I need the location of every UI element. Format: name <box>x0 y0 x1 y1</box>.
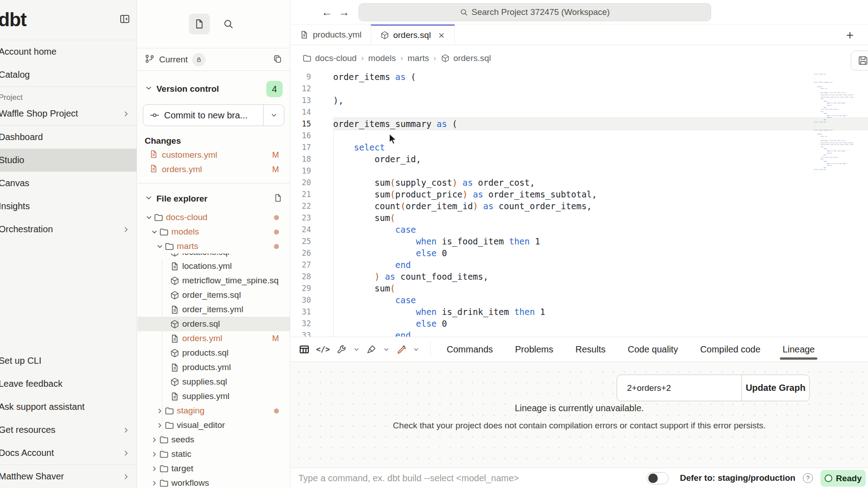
results-table-icon[interactable] <box>299 344 310 355</box>
code-line-20[interactable]: 20 sum(supply_cost) as order_cost, <box>291 177 868 188</box>
panel-tab-problems[interactable]: Problems <box>515 337 553 361</box>
code-line-13[interactable]: 13), <box>291 94 868 106</box>
code-line-15[interactable]: 15order_items_summary as ( <box>291 118 868 130</box>
tree-item-marts[interactable]: marts <box>137 239 290 253</box>
commit-button[interactable]: Commit to new bra... <box>143 104 284 126</box>
help-icon[interactable]: ? <box>803 473 813 483</box>
panel-tab-commands[interactable]: Commands <box>447 337 493 361</box>
search-files-button[interactable] <box>218 14 239 34</box>
code-line-17[interactable]: 17 select <box>291 141 868 153</box>
tree-item-locations-yml[interactable]: locations.yml <box>137 259 290 273</box>
breadcrumb[interactable]: docs-cloud›models›marts›orders.sql <box>291 45 868 71</box>
sidebar-item-insights[interactable]: Insights <box>0 195 137 218</box>
panel-tab-compiled-code[interactable]: Compiled code <box>700 337 760 361</box>
tree-item-products-sql[interactable]: products.sql <box>137 346 290 360</box>
chevron-down-icon[interactable] <box>413 346 420 353</box>
minimap[interactable]: order_items as ( ), order_items_summary … <box>814 73 854 176</box>
ai-fix-pencil-icon[interactable] <box>396 344 406 355</box>
sidebar-item-set-up-cli[interactable]: Set up CLI <box>0 349 137 372</box>
tree-item-supplies-yml[interactable]: supplies.yml <box>137 389 290 404</box>
forward-arrow-button[interactable]: → <box>336 5 352 20</box>
code-line-28[interactable]: 28 ) as count_food_items, <box>291 271 868 282</box>
sidebar-item-docs-account[interactable]: Docs Account <box>0 441 137 465</box>
sidebar-item-waffle-shop-project[interactable]: Waffle Shop Project <box>0 102 137 125</box>
sidebar-item-get-resources[interactable]: Get resources <box>0 418 137 441</box>
code-line-16[interactable]: 16 <box>291 130 868 141</box>
tree-item-products-yml[interactable]: products.yml <box>137 360 290 375</box>
panel-tab-lineage[interactable]: Lineage <box>783 337 815 361</box>
close-icon[interactable] <box>438 32 445 39</box>
panel-tab-results[interactable]: Results <box>576 337 606 361</box>
file-explorer-header[interactable]: File explorer <box>137 190 290 208</box>
tree-item-visual-editor[interactable]: visual_editor <box>137 418 290 432</box>
code-line-25[interactable]: 25 when is_food_item then 1 <box>291 235 868 247</box>
code-editor[interactable]: 9order_items as (1213),1415order_items_s… <box>291 71 868 337</box>
tree-item-order-items-yml[interactable]: order_items.yml <box>137 302 290 317</box>
code-view-icon[interactable]: </> <box>316 345 330 354</box>
tree-item-docs-cloud[interactable]: docs-cloud <box>137 210 290 225</box>
copy-icon[interactable] <box>273 54 283 66</box>
tree-item-target[interactable]: target <box>137 461 290 476</box>
tree-item-static[interactable]: static <box>137 447 290 461</box>
breadcrumb-item[interactable]: orders.sql <box>441 53 491 63</box>
sidebar-item-orchestration[interactable]: Orchestration <box>0 218 137 241</box>
changed-file-row[interactable]: orders.ymlM <box>137 162 290 177</box>
tree-item-workflows[interactable]: workflows <box>137 476 290 488</box>
code-line-23[interactable]: 23 sum( <box>291 212 868 224</box>
project-search-button[interactable]: Search Project 372475 (Workspace) <box>359 3 711 21</box>
code-line-30[interactable]: 30 case <box>291 294 868 306</box>
new-tab-button[interactable]: + <box>846 28 854 42</box>
code-line-14[interactable]: 14 <box>291 106 868 118</box>
code-line-19[interactable]: 19 <box>291 165 868 177</box>
code-line-27[interactable]: 27 end <box>291 259 868 271</box>
code-line-26[interactable]: 26 else 0 <box>291 247 868 259</box>
code-line-29[interactable]: 29 sum( <box>291 282 868 294</box>
editor-tab-orders-sql[interactable]: orders.sql <box>371 24 455 45</box>
build-tools-icon[interactable] <box>336 344 347 355</box>
code-line-18[interactable]: 18 order_id, <box>291 153 868 165</box>
code-line-33[interactable]: 33 end <box>291 329 868 337</box>
status-ready-badge[interactable]: Ready <box>821 470 866 487</box>
code-line-24[interactable]: 24 case <box>291 224 868 235</box>
sidebar-item-studio[interactable]: Studio <box>0 149 137 172</box>
sidebar-item-ask-support-assistant[interactable]: Ask support assistant <box>0 395 137 418</box>
version-control-header[interactable]: Version control 4 <box>137 80 290 98</box>
commit-dropdown-button[interactable] <box>263 105 284 126</box>
tree-item-seeds[interactable]: seeds <box>137 432 290 447</box>
tree-item-supplies-sql[interactable]: supplies.sql <box>137 375 290 389</box>
sidebar-item-matthew-shaver[interactable]: Matthew Shaver <box>0 465 137 488</box>
defer-toggle[interactable] <box>646 472 669 484</box>
new-file-icon[interactable] <box>274 193 283 204</box>
back-arrow-button[interactable]: ← <box>319 5 335 20</box>
code-line-32[interactable]: 32 else 0 <box>291 318 868 329</box>
new-file-button[interactable] <box>189 14 210 34</box>
save-button[interactable] <box>851 51 868 70</box>
tree-item-models[interactable]: models <box>137 225 290 239</box>
code-line-12[interactable]: 12 <box>291 83 868 94</box>
breadcrumb-item[interactable]: marts <box>407 53 429 63</box>
changed-file-row[interactable]: customers.ymlM <box>137 148 290 162</box>
clean-broom-icon[interactable] <box>366 344 377 355</box>
chevron-down-icon[interactable] <box>383 346 390 353</box>
sidebar-item-canvas[interactable]: Canvas <box>0 172 137 195</box>
tree-item-locations-sql[interactable]: locations.sql <box>137 253 290 259</box>
update-graph-button[interactable]: Update Graph <box>741 375 809 401</box>
editor-tab-products-yml[interactable]: products.yml <box>291 24 371 45</box>
tree-item-orders-sql[interactable]: orders.sql <box>137 317 290 331</box>
breadcrumb-item[interactable]: models <box>368 53 396 63</box>
lineage-selector-input[interactable] <box>617 375 741 401</box>
sidebar-item-account-home[interactable]: Account home <box>0 40 137 63</box>
branch-row[interactable]: Current <box>137 48 290 71</box>
sidebar-item-catalog[interactable]: Catalog <box>0 63 137 86</box>
sidebar-item-dashboard[interactable]: Dashboard <box>0 126 137 149</box>
panel-tab-code-quality[interactable]: Code quality <box>627 337 678 361</box>
tree-item-orders-yml[interactable]: orders.ymlM <box>137 331 290 346</box>
code-line-31[interactable]: 31 when is_drink_item then 1 <box>291 306 868 318</box>
panel-collapse-icon[interactable] <box>119 14 130 26</box>
tree-item-metricflow-time-spine-sql[interactable]: metricflow_time_spine.sql <box>137 273 290 288</box>
sidebar-item-leave-feedback[interactable]: Leave feedback <box>0 372 137 395</box>
code-line-21[interactable]: 21 sum(product_price) as order_items_sub… <box>291 188 868 200</box>
chevron-down-icon[interactable] <box>353 346 360 353</box>
code-line-9[interactable]: 9order_items as ( <box>291 71 868 83</box>
command-input[interactable] <box>298 473 615 483</box>
